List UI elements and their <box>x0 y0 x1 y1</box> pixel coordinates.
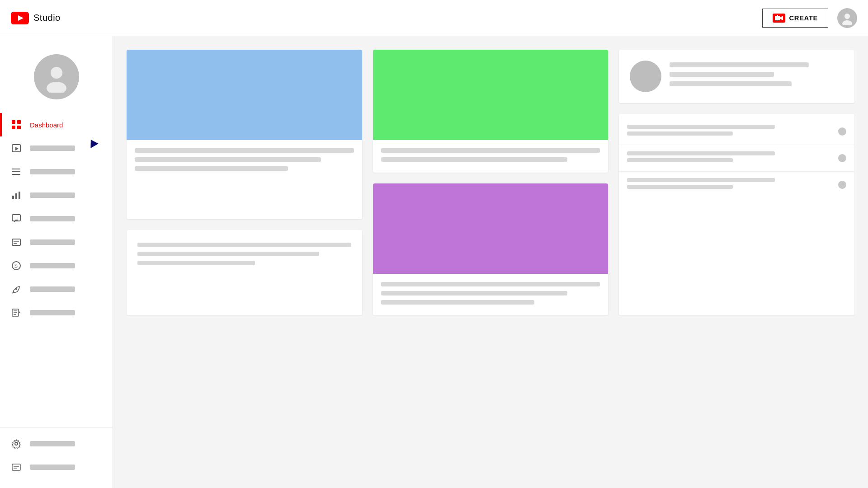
svg-point-7 <box>51 67 62 79</box>
main-content <box>113 36 868 488</box>
sidebar-item-feedback[interactable] <box>0 455 113 479</box>
svg-point-33 <box>15 442 18 445</box>
sidebar-item-customization[interactable] <box>0 277 113 301</box>
card4-line3 <box>137 261 255 265</box>
card3-line1 <box>381 282 600 286</box>
channel-info <box>670 62 844 91</box>
svg-rect-20 <box>19 192 20 199</box>
svg-rect-34 <box>12 464 20 470</box>
card-purple-thumbnail[interactable] <box>373 183 609 315</box>
svg-point-6 <box>842 20 852 25</box>
settings-label-bar <box>30 441 75 446</box>
subtitles-icon <box>11 237 22 248</box>
sidebar-bottom <box>0 432 113 488</box>
feedback-label-bar <box>30 465 75 470</box>
list-row3-dot <box>838 181 846 189</box>
sidebar: Dashboard <box>0 36 113 488</box>
card3-line3 <box>381 300 534 305</box>
user-avatar-icon <box>840 11 854 25</box>
channel-avatar <box>630 61 661 92</box>
purple-thumbnail <box>373 183 609 274</box>
camera-icon <box>773 14 785 23</box>
svg-rect-19 <box>15 193 17 199</box>
svg-point-8 <box>47 82 66 93</box>
list-row3-bars <box>627 178 838 192</box>
list-row1-bar1 <box>627 125 775 129</box>
sidebar-item-settings[interactable] <box>0 432 113 455</box>
svg-point-27 <box>15 288 17 290</box>
svg-rect-22 <box>12 239 20 245</box>
studio-title: Studio <box>33 13 61 23</box>
sidebar-nav: Dashboard <box>0 113 113 422</box>
sidebar-item-audio-library[interactable] <box>0 301 113 324</box>
sidebar-item-playlists[interactable] <box>0 160 113 183</box>
feedback-icon <box>11 462 22 473</box>
svg-rect-4 <box>777 15 778 16</box>
card4-line1 <box>137 243 351 247</box>
card-channel-info[interactable] <box>619 50 854 103</box>
list-row2-bar2 <box>627 158 732 162</box>
app-body: Dashboard <box>0 36 868 488</box>
card2-line1 <box>381 148 600 153</box>
sidebar-item-analytics[interactable] <box>0 183 113 207</box>
channel-sub-bar <box>670 72 774 77</box>
svg-rect-18 <box>12 196 14 199</box>
card1-line3 <box>135 166 288 171</box>
create-button[interactable]: CREATE <box>762 9 828 28</box>
svg-text:$: $ <box>14 263 18 269</box>
svg-point-5 <box>844 14 850 19</box>
channel-section <box>619 50 854 103</box>
content-icon <box>11 143 22 154</box>
list-row3-bar2 <box>627 185 732 189</box>
logo[interactable]: Studio <box>11 12 61 24</box>
card-green-thumbnail[interactable] <box>373 50 609 173</box>
header: Studio CREATE <box>0 0 868 36</box>
card-list[interactable] <box>619 114 854 315</box>
analytics-label-bar <box>30 192 75 198</box>
audio-library-label-bar <box>30 310 75 315</box>
svg-rect-10 <box>17 120 21 124</box>
svg-rect-9 <box>12 120 15 124</box>
list-row1-bars <box>627 125 838 138</box>
svg-marker-3 <box>780 16 783 20</box>
comments-icon <box>11 213 22 224</box>
sidebar-user-avatar[interactable] <box>34 54 79 99</box>
user-avatar[interactable] <box>837 8 857 28</box>
sidebar-divider <box>0 427 113 427</box>
card-blue-thumbnail[interactable] <box>127 50 362 219</box>
card3-body <box>373 274 609 315</box>
monetization-label-bar <box>30 263 75 268</box>
list-row1-dot <box>838 127 846 136</box>
card1-body <box>127 140 362 186</box>
card2-line2 <box>381 157 567 162</box>
playlists-icon <box>11 166 22 177</box>
sidebar-item-subtitles[interactable] <box>0 230 113 254</box>
channel-extra-bar <box>670 81 791 86</box>
customization-label-bar <box>30 286 75 292</box>
sidebar-item-comments[interactable] <box>0 207 113 230</box>
sidebar-item-dashboard[interactable]: Dashboard <box>0 113 113 136</box>
channel-name-bar <box>670 62 809 67</box>
card-column-2 <box>373 50 609 315</box>
blue-thumbnail <box>127 50 362 140</box>
card2-body <box>373 140 609 173</box>
svg-rect-2 <box>775 16 780 20</box>
list-row2-dot <box>838 154 846 162</box>
dashboard-label: Dashboard <box>30 121 63 129</box>
header-right: CREATE <box>762 8 857 28</box>
sidebar-item-content[interactable] <box>0 136 113 160</box>
list-row2-bar1 <box>627 151 775 155</box>
subtitles-label-bar <box>30 239 75 245</box>
card-text-only[interactable] <box>127 230 362 315</box>
list-row2-bars <box>627 151 838 165</box>
list-item[interactable] <box>619 145 854 172</box>
customization-icon <box>11 284 22 295</box>
list-item[interactable] <box>619 172 854 198</box>
monetization-icon: $ <box>11 260 22 271</box>
sidebar-item-monetization[interactable]: $ <box>0 254 113 277</box>
svg-rect-12 <box>17 126 21 129</box>
create-label: CREATE <box>789 14 818 22</box>
list-item[interactable] <box>619 118 854 145</box>
svg-rect-11 <box>12 126 15 129</box>
list-section <box>619 114 854 202</box>
